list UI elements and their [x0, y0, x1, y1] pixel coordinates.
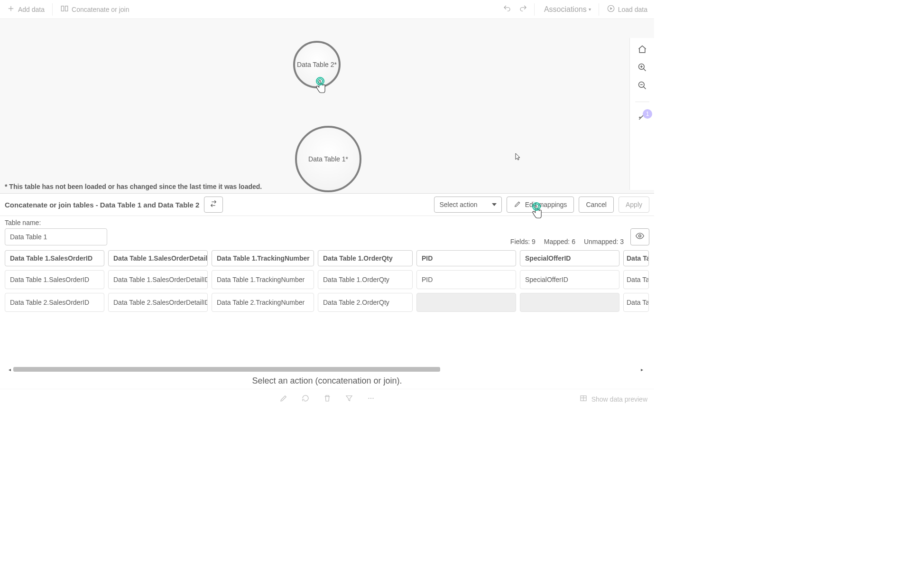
- canvas-wrap: Data Table 2* Data Table 1* * This table…: [0, 19, 654, 193]
- mapping-cell[interactable]: SpecialOfferID: [520, 270, 619, 289]
- mapping-cell[interactable]: Data Table 2.OrderQty: [318, 293, 413, 312]
- plus-icon: [7, 4, 15, 14]
- right-rail: 1: [629, 38, 654, 190]
- show-preview-label: Show data preview: [591, 395, 647, 403]
- table-name-label: Table name:: [5, 219, 107, 226]
- fields-value: 9: [532, 238, 536, 245]
- load-data-button[interactable]: Load data: [603, 2, 651, 16]
- mouse-cursor: [515, 153, 521, 160]
- mapping-column: Data TaData TaData Ta: [623, 250, 649, 312]
- apply-label: Apply: [626, 201, 642, 208]
- pencil-icon: [279, 394, 288, 404]
- action-prompt: Select an action (concatenation or join)…: [0, 373, 654, 389]
- undo-icon: [503, 4, 511, 14]
- mapping-cell[interactable]: Data Ta: [623, 293, 649, 312]
- trash-icon: [323, 394, 332, 404]
- fields-label: Fields:: [510, 238, 530, 245]
- scroll-thumb[interactable]: [13, 367, 440, 372]
- column-header[interactable]: Data Table 1.SalesOrderID: [5, 250, 104, 266]
- concat-join-button[interactable]: Concatenate or join: [56, 2, 133, 16]
- zoom-out-button[interactable]: [638, 81, 647, 92]
- select-action-dropdown[interactable]: Select action: [434, 197, 501, 213]
- table-bubble-data-table-2[interactable]: Data Table 2*: [293, 41, 341, 88]
- show-data-preview-toggle[interactable]: Show data preview: [579, 394, 647, 404]
- apply-button[interactable]: Apply: [619, 197, 649, 213]
- h-scrollbar[interactable]: ◂ ▸: [9, 367, 646, 372]
- svg-line-8: [643, 69, 646, 71]
- column-header[interactable]: SpecialOfferID: [520, 250, 619, 266]
- column-header[interactable]: Data Ta: [623, 250, 649, 266]
- svg-point-17: [372, 397, 373, 398]
- data-model-canvas[interactable]: Data Table 2* Data Table 1* * This table…: [0, 19, 654, 193]
- add-data-button[interactable]: Add data: [3, 2, 48, 16]
- edit-mappings-label: Edit mappings: [525, 201, 567, 208]
- mapped-value: 6: [572, 238, 575, 245]
- bubble-label: Data Table 2*: [297, 61, 337, 68]
- toolbar-divider: [52, 3, 53, 16]
- scroll-left-icon[interactable]: ◂: [9, 367, 13, 372]
- chevron-down-icon: ▾: [589, 7, 591, 12]
- scroll-right-icon[interactable]: ▸: [641, 367, 646, 372]
- select-action-label: Select action: [439, 201, 477, 208]
- redo-button[interactable]: [516, 2, 530, 16]
- zoom-out-icon: [638, 84, 647, 92]
- unmapped-label: Unmapped:: [584, 238, 618, 245]
- svg-point-14: [639, 235, 641, 237]
- zoom-in-button[interactable]: [638, 63, 647, 74]
- undo-button[interactable]: [500, 2, 514, 16]
- svg-point-15: [368, 397, 369, 398]
- bubble-label: Data Table 1*: [308, 155, 348, 163]
- redo-icon: [519, 4, 527, 14]
- play-circle-icon: [607, 4, 615, 14]
- column-header[interactable]: Data Table 1.OrderQty: [318, 250, 413, 266]
- mapping-column: Data Table 1.SalesOrderIDData Table 1.Sa…: [5, 250, 104, 312]
- mapping-cell[interactable]: Data Table 2.TrackingNumber: [212, 293, 314, 312]
- mapping-column: Data Table 1.OrderQtyData Table 1.OrderQ…: [318, 250, 413, 312]
- mapping-cell[interactable]: Data Table 1.OrderQty: [318, 270, 413, 289]
- load-data-label: Load data: [618, 6, 647, 13]
- associations-label: Associations: [544, 5, 587, 14]
- app-root: Add data Concatenate or join Association…: [0, 0, 654, 409]
- top-toolbar: Add data Concatenate or join Association…: [0, 0, 654, 19]
- home-button[interactable]: [638, 45, 647, 56]
- mapping-cell[interactable]: [416, 293, 516, 312]
- associations-dropdown[interactable]: Associations ▾: [538, 3, 595, 16]
- svg-rect-2: [61, 6, 64, 11]
- column-header[interactable]: PID: [416, 250, 516, 266]
- mapping-cell[interactable]: Data Table 1.SalesOrderDetailID: [108, 270, 208, 289]
- edit-mappings-button[interactable]: Edit mappings: [507, 197, 574, 213]
- table-name-input[interactable]: [5, 228, 107, 245]
- mapping-cell[interactable]: Data Table 1.SalesOrderID: [5, 270, 104, 289]
- eye-icon: [635, 231, 645, 243]
- swap-button[interactable]: [204, 197, 223, 213]
- column-header[interactable]: Data Table 1.SalesOrderDetailID: [108, 250, 208, 266]
- mapping-cell[interactable]: Data Ta: [623, 270, 649, 289]
- svg-line-12: [643, 87, 646, 89]
- meta-row: Table name: Fields: 9 Mapped: 6 Unmapped…: [0, 216, 654, 247]
- cancel-label: Cancel: [586, 201, 607, 208]
- action-bar-title: Concatenate or join tables - Data Table …: [5, 201, 199, 209]
- home-icon: [638, 47, 647, 56]
- mapping-column: Data Table 1.TrackingNumberData Table 1.…: [212, 250, 314, 312]
- mapping-cell[interactable]: PID: [416, 270, 516, 289]
- mapping-cell[interactable]: Data Table 2.SalesOrderID: [5, 293, 104, 312]
- mapping-cell[interactable]: Data Table 1.TrackingNumber: [212, 270, 314, 289]
- mapping-column: PIDPID: [416, 250, 516, 312]
- mapped-label: Mapped:: [544, 238, 570, 245]
- filter-icon: [345, 394, 353, 404]
- mapping-cell[interactable]: Data Table 2.SalesOrderDetailID: [108, 293, 208, 312]
- swap-icon: [209, 199, 218, 210]
- columns-row: Data Table 1.SalesOrderIDData Table 1.Sa…: [5, 250, 649, 312]
- pencil-icon: [514, 200, 521, 209]
- chevron-down-icon: [492, 203, 497, 206]
- concat-icon: [60, 4, 69, 14]
- table-icon: [579, 394, 588, 404]
- concat-join-label: Concatenate or join: [72, 6, 129, 13]
- field-stats: Fields: 9 Mapped: 6 Unmapped: 3: [510, 238, 624, 245]
- toggle-preview-button[interactable]: [630, 228, 649, 245]
- svg-marker-6: [610, 7, 612, 10]
- mapping-cell[interactable]: [520, 293, 619, 312]
- column-header[interactable]: Data Table 1.TrackingNumber: [212, 250, 314, 266]
- add-data-label: Add data: [18, 6, 45, 13]
- cancel-button[interactable]: Cancel: [579, 197, 614, 213]
